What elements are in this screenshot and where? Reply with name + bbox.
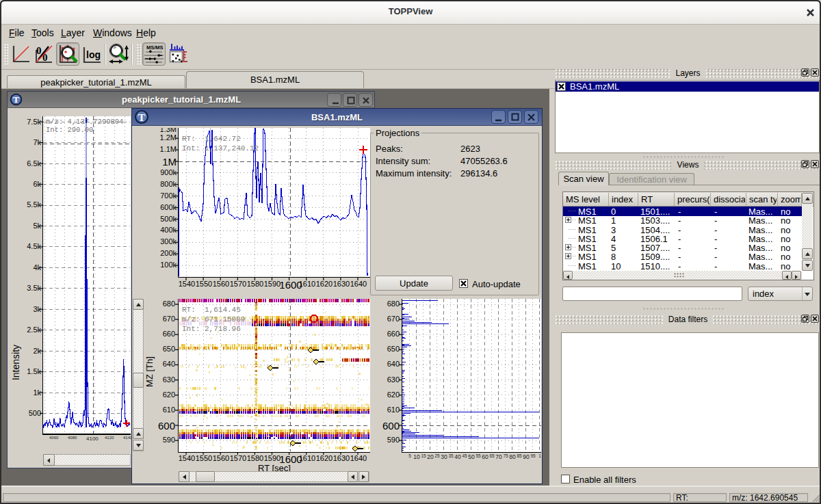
- svg-text:T: T: [138, 111, 146, 123]
- svg-text:0: 0: [36, 45, 42, 56]
- svg-text:T: T: [13, 94, 19, 105]
- svg-text:MS/MS: MS/MS: [146, 44, 164, 51]
- svg-text:log: log: [86, 49, 101, 60]
